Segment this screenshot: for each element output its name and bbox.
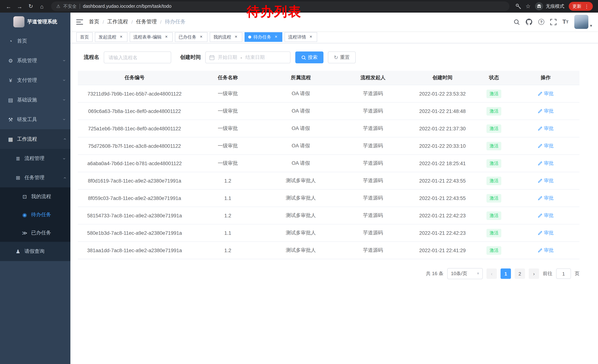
- tab-close-icon[interactable]: ×: [233, 34, 239, 40]
- approve-link[interactable]: 审批: [538, 212, 554, 219]
- edit-pen-icon: [538, 161, 542, 166]
- sidebar-item-infrastructure[interactable]: ▤ 基础设施 ›: [0, 90, 70, 110]
- github-icon[interactable]: [526, 15, 532, 29]
- sidebar-item-task-mgmt[interactable]: ⊞ 任务管理 ›: [0, 168, 70, 187]
- process-name-input[interactable]: [104, 51, 171, 63]
- tab-item-6[interactable]: 流程详情×: [284, 32, 317, 42]
- breadcrumb-task-mgmt[interactable]: 任务管理: [136, 18, 157, 25]
- approve-link[interactable]: 审批: [538, 247, 554, 254]
- approve-link[interactable]: 审批: [538, 160, 554, 167]
- tab-item-3[interactable]: 已办任务×: [175, 32, 208, 42]
- font-size-small-t: T: [566, 20, 568, 24]
- sidebar-item-label: 系统管理: [17, 57, 64, 64]
- approve-link[interactable]: 审批: [538, 143, 554, 149]
- tab-item-0[interactable]: 首页: [76, 32, 93, 42]
- sidebar-item-label: 请假查询: [25, 248, 65, 255]
- sidebar-item-label: 任务管理: [25, 174, 64, 181]
- address-bar[interactable]: ⚠ 不安全 dashboard.yudao.iocoder.cn/bpm/tas…: [51, 1, 509, 11]
- incognito-label: 无痕模式: [546, 3, 564, 9]
- home-icon[interactable]: ⌂: [37, 1, 47, 11]
- sidebar-item-done-tasks[interactable]: ≫ 已办任务: [0, 224, 70, 242]
- approve-link-label: 审批: [544, 108, 554, 114]
- help-icon[interactable]: ?: [538, 15, 544, 29]
- approve-link[interactable]: 审批: [538, 195, 554, 202]
- task-mgmt-submenu: ⊡ 我的流程 ◉ 待办任务 ≫ 已办任务: [0, 187, 70, 242]
- goto-page-input[interactable]: [556, 268, 571, 279]
- font-size-icon[interactable]: TT: [562, 15, 569, 29]
- next-page-button[interactable]: ›: [529, 268, 539, 279]
- page-size-select[interactable]: 10条/页 ▾: [447, 268, 483, 279]
- action-cell: 审批: [512, 125, 580, 132]
- chevron-down-icon: ›: [62, 99, 67, 101]
- sidebar-item-process-mgmt[interactable]: ≣ 流程管理 ›: [0, 149, 70, 168]
- app-logo-image: [13, 16, 24, 27]
- sidebar-item-system-mgmt[interactable]: ⚙ 系统管理 ›: [0, 51, 70, 70]
- tab-item-5[interactable]: 待办任务×: [245, 32, 282, 42]
- page-button-2[interactable]: 2: [515, 268, 525, 279]
- task-name-cell: 一级审批: [191, 108, 264, 114]
- status-cell: 激活: [476, 124, 512, 133]
- tab-close-icon[interactable]: ×: [308, 34, 314, 40]
- browser-update-button[interactable]: 更新 ⋮: [569, 2, 593, 11]
- tab-close-icon[interactable]: ×: [274, 34, 279, 40]
- sidebar-item-todo-tasks[interactable]: ◉ 待办任务: [0, 205, 70, 224]
- calendar-icon: [209, 55, 215, 60]
- task-name-cell: 1.2: [191, 178, 264, 184]
- approve-link[interactable]: 审批: [538, 108, 554, 114]
- breadcrumb: 首页 / 工作流程 / 任务管理 / 待办任务: [89, 18, 186, 25]
- sidebar-item-leave-query[interactable]: ♟ 请假查询: [0, 242, 70, 261]
- fullscreen-icon[interactable]: [550, 15, 556, 29]
- sidebar-item-label: 基础设施: [17, 97, 64, 103]
- status-badge: 激活: [487, 107, 501, 115]
- sidebar-item-my-processes[interactable]: ⊡ 我的流程: [0, 187, 70, 205]
- reset-button[interactable]: ↻ 重置: [328, 51, 356, 63]
- update-label: 更新: [573, 3, 581, 9]
- breadcrumb-workflow[interactable]: 工作流程: [107, 18, 128, 25]
- edit-pen-icon: [538, 178, 542, 183]
- task-id-cell: 75d72608-7b7f-11ec-a3c8-acde48001122: [78, 143, 191, 149]
- tab-label: 我的流程: [213, 34, 231, 40]
- gear-icon: ⚙: [8, 57, 14, 64]
- sidebar-item-dev-tools[interactable]: ⚒ 研发工具 ›: [0, 110, 70, 129]
- forward-icon[interactable]: →: [15, 1, 25, 11]
- refresh-icon[interactable]: ↻: [26, 1, 36, 11]
- sidebar-item-home[interactable]: ◔ 首页: [0, 31, 70, 51]
- date-range-picker[interactable]: 开始日期 - 结束日期: [205, 51, 291, 63]
- tab-item-1[interactable]: 发起流程×: [95, 32, 127, 42]
- bookmark-star-icon[interactable]: ☆: [526, 3, 531, 10]
- prev-page-button[interactable]: ‹: [486, 268, 497, 279]
- password-key-icon[interactable]: [515, 0, 521, 13]
- approve-link[interactable]: 审批: [538, 125, 554, 132]
- sidebar-item-label: 首页: [17, 38, 65, 44]
- chevron-up-icon: ›: [62, 177, 67, 179]
- tab-close-icon[interactable]: ×: [119, 34, 124, 40]
- page-button-1[interactable]: 1: [500, 268, 511, 279]
- status-badge: 激活: [487, 89, 501, 98]
- starter-cell: 芋道源码: [337, 177, 409, 184]
- task-name-cell: 一级审批: [191, 143, 264, 149]
- sidebar-item-label: 研发工具: [17, 116, 64, 123]
- approve-link[interactable]: 审批: [538, 230, 554, 236]
- workflow-icon: ▦: [8, 136, 14, 142]
- status-cell: 激活: [476, 177, 512, 185]
- pagination-total: 共 16 条: [426, 270, 443, 277]
- tab-item-2[interactable]: 流程表单-编辑×: [130, 32, 173, 42]
- starter-cell: 芋道源码: [337, 230, 409, 236]
- sidebar-item-payment-mgmt[interactable]: ¥ 支付管理 ›: [0, 70, 70, 90]
- approve-link[interactable]: 审批: [538, 177, 554, 184]
- search-icon[interactable]: [514, 15, 520, 29]
- tab-close-icon[interactable]: ×: [164, 34, 169, 40]
- breadcrumb-home[interactable]: 首页: [89, 18, 99, 25]
- tab-close-icon[interactable]: ×: [199, 34, 204, 40]
- app-logo[interactable]: 芋道管理系统: [0, 13, 70, 31]
- tab-item-4[interactable]: 我的流程×: [210, 32, 242, 42]
- process-cell: OA 请假: [264, 125, 337, 132]
- user-menu[interactable]: ▾: [574, 15, 592, 29]
- approve-link[interactable]: 审批: [538, 90, 554, 97]
- sidebar-item-workflow[interactable]: ▦ 工作流程 ›: [0, 129, 70, 149]
- back-icon[interactable]: ←: [4, 1, 13, 11]
- sidebar-toggle-icon[interactable]: [76, 19, 83, 25]
- browser-chrome: ← → ↻ ⌂ ⚠ 不安全 dashboard.yudao.iocoder.cn…: [0, 0, 598, 13]
- search-button[interactable]: 搜索: [295, 51, 324, 63]
- browser-menu-icon[interactable]: ⋮: [584, 4, 589, 9]
